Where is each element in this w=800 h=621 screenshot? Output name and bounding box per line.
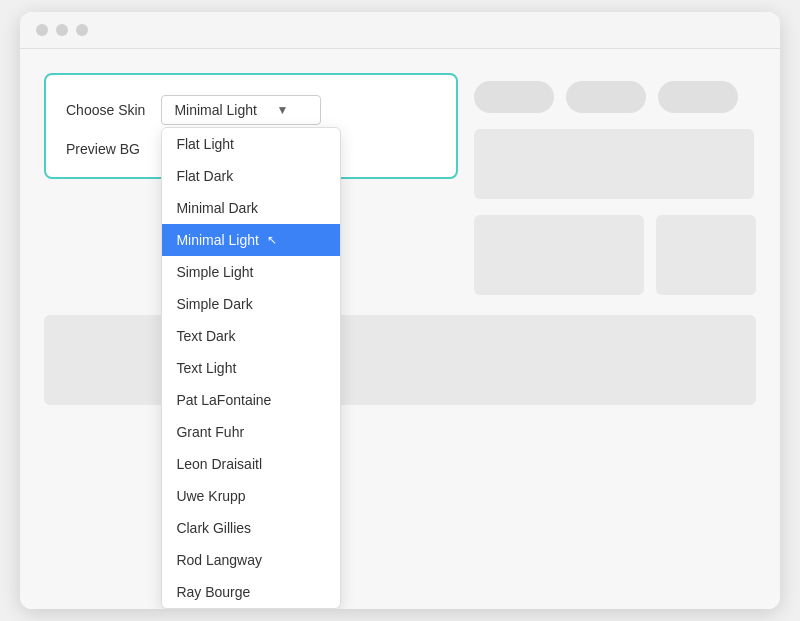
dropdown-item-grant-fuhr[interactable]: Grant Fuhr (162, 416, 340, 448)
dropdown-item-clark-gillies[interactable]: Clark Gillies (162, 512, 340, 544)
browser-titlebar (20, 12, 780, 49)
dropdown-item-simple-light[interactable]: Simple Light (162, 256, 340, 288)
dropdown-item-uwe-krupp[interactable]: Uwe Krupp (162, 480, 340, 512)
dropdown-item-ray-bourge[interactable]: Ray Bourge (162, 576, 340, 608)
preview-bg-label: Preview BG (66, 141, 140, 157)
dropdown-item-simple-dark[interactable]: Simple Dark (162, 288, 340, 320)
dropdown-item-leon-draisaitl[interactable]: Leon Draisaitl (162, 448, 340, 480)
mock-buttons-row (474, 81, 756, 113)
mock-button-group (474, 81, 756, 295)
dropdown-arrow-icon: ▼ (277, 103, 289, 117)
browser-window: Choose Skin Minimal Light ▼ Flat Light (20, 12, 780, 609)
dropdown-item-text-dark[interactable]: Text Dark (162, 320, 340, 352)
selected-skin-text: Minimal Light (174, 102, 256, 118)
dropdown-item-pat-lafontaine[interactable]: Pat LaFontaine (162, 384, 340, 416)
dropdown-item-flat-dark[interactable]: Flat Dark (162, 160, 340, 192)
skin-select[interactable]: Minimal Light ▼ (161, 95, 321, 125)
cursor-icon: ↖ (267, 233, 277, 247)
dropdown-item-minimal-dark[interactable]: Minimal Dark (162, 192, 340, 224)
choose-skin-row: Choose Skin Minimal Light ▼ Flat Light (66, 95, 436, 125)
bottom-preview-2 (280, 315, 756, 405)
dropdown-item-rod-langway[interactable]: Rod Langway (162, 544, 340, 576)
mock-button-3 (658, 81, 738, 113)
traffic-light-yellow (56, 24, 68, 36)
browser-content: Choose Skin Minimal Light ▼ Flat Light (20, 49, 780, 609)
traffic-light-red (36, 24, 48, 36)
dropdown-item-text-light[interactable]: Text Light (162, 352, 340, 384)
settings-panel: Choose Skin Minimal Light ▼ Flat Light (44, 73, 458, 179)
skin-dropdown-menu: Flat Light Flat Dark Minimal Dark Minima… (161, 127, 341, 609)
dropdown-item-minimal-light[interactable]: Minimal Light ↖ (162, 224, 340, 256)
dropdown-item-flat-light[interactable]: Flat Light (162, 128, 340, 160)
preview-block-top (474, 129, 754, 199)
traffic-light-green (76, 24, 88, 36)
bottom-preview-row (44, 315, 756, 405)
preview-block-bottom-right (656, 215, 756, 295)
preview-blocks-bottom (474, 215, 756, 295)
skin-dropdown-container: Minimal Light ▼ Flat Light Flat Dark (161, 95, 321, 125)
mock-button-1 (474, 81, 554, 113)
preview-block-bottom-left (474, 215, 644, 295)
choose-skin-label: Choose Skin (66, 102, 145, 118)
mock-button-2 (566, 81, 646, 113)
